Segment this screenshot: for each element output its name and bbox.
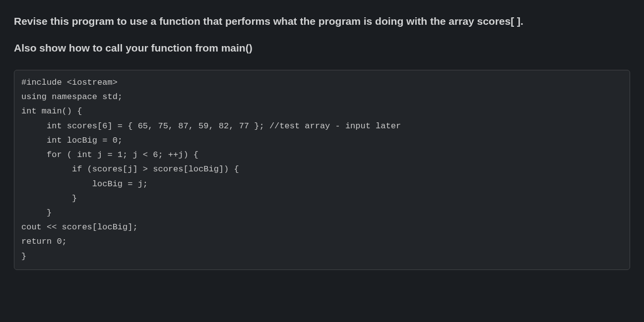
instruction-paragraph-2: Also show how to call your function from… (14, 41, 630, 55)
code-block: #include <iostream> using namespace std;… (14, 70, 630, 270)
instruction-paragraph-1: Revise this program to use a function th… (14, 14, 630, 29)
